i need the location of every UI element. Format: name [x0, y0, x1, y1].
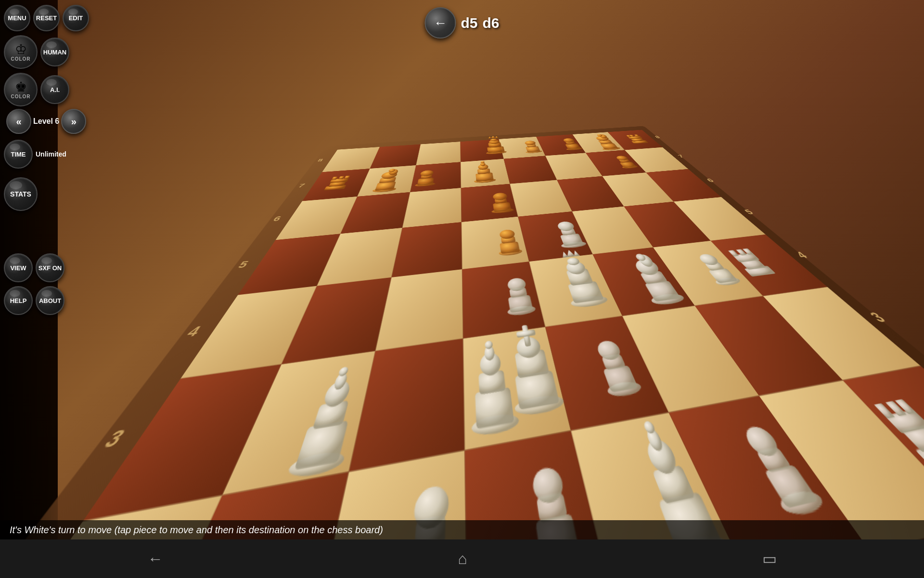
stats-row: STATS: [4, 172, 38, 211]
help-button[interactable]: HELP: [4, 286, 33, 315]
time-button[interactable]: TIME: [4, 140, 33, 169]
color2-label: COLOR: [11, 94, 30, 99]
sxf-button[interactable]: SXF ON: [36, 253, 64, 282]
human-button[interactable]: HUMAN: [40, 38, 69, 66]
svg-rect-28: [461, 217, 529, 269]
svg-rect-148: [500, 242, 520, 254]
color2-ai-row: ♚ COLOR A.I.: [4, 73, 86, 106]
svg-rect-104: [526, 146, 540, 153]
svg-rect-144: [493, 202, 512, 212]
board-3d-wrapper: A B C D E F G H 8 7 6 5 4 3 2 1 8 7 6 5 …: [216, 0, 924, 578]
back-icon: ←: [147, 550, 163, 568]
svg-rect-11: [410, 162, 461, 192]
svg-rect-136: [417, 178, 434, 185]
last-move-to-display: d6: [483, 15, 500, 31]
color2-button[interactable]: ♚ COLOR: [4, 73, 38, 106]
move-indicator: d5 d6: [424, 7, 499, 39]
chess-board-svg[interactable]: A B C D E F G H 8 7 6 5 4 3 2 1 8 7 6 5 …: [0, 120, 924, 578]
level-row: « Level 6 »: [4, 109, 86, 134]
king-icon-1: ♔: [15, 43, 27, 56]
color1-row: ♔ COLOR HUMAN: [4, 35, 69, 69]
status-message: It's White's turn to move (tap piece to …: [10, 525, 383, 536]
next-level-button[interactable]: »: [61, 109, 86, 134]
svg-rect-3: [416, 142, 461, 165]
home-icon: ⌂: [458, 550, 467, 568]
time-row: TIME Unlimited: [4, 138, 66, 169]
color1-label: COLOR: [11, 56, 30, 62]
time-value: Unlimited: [36, 150, 66, 158]
help-row: HELP ABOUT: [4, 286, 64, 315]
undo-move-button[interactable]: [424, 7, 456, 39]
top-button-row: MENU RESET EDIT: [4, 5, 89, 31]
status-bar: It's White's turn to move (tap piece to …: [0, 520, 924, 539]
chess-board-area: A B C D E F G H 8 7 6 5 4 3 2 1 8 7 6 5 …: [58, 0, 924, 539]
prev-level-button[interactable]: «: [6, 109, 31, 134]
edit-button[interactable]: EDIT: [63, 5, 89, 31]
ai-button[interactable]: A.I.: [40, 75, 69, 104]
svg-rect-19: [402, 188, 461, 228]
reset-button[interactable]: RESET: [33, 5, 60, 31]
view-row: VIEW SXF ON: [4, 215, 64, 282]
stats-button[interactable]: STATS: [4, 177, 38, 211]
home-nav-button[interactable]: ⌂: [458, 550, 467, 568]
svg-rect-27: [391, 222, 462, 277]
nav-bar: ← ⌂ ▭: [0, 539, 924, 578]
view-button[interactable]: VIEW: [4, 253, 33, 282]
king-icon-2: ♚: [15, 80, 27, 94]
color1-button[interactable]: ♔ COLOR: [4, 35, 38, 69]
last-move-display: d5: [461, 15, 477, 31]
about-button[interactable]: ABOUT: [36, 286, 64, 315]
menu-button[interactable]: MENU: [4, 5, 30, 31]
recents-nav-button[interactable]: ▭: [762, 550, 777, 568]
recents-icon: ▭: [762, 550, 777, 568]
level-display: Level 6: [33, 117, 59, 126]
sidebar: MENU RESET EDIT ♔ COLOR HUMAN ♚ COLOR A.…: [0, 0, 58, 539]
back-nav-button[interactable]: ←: [147, 550, 163, 568]
